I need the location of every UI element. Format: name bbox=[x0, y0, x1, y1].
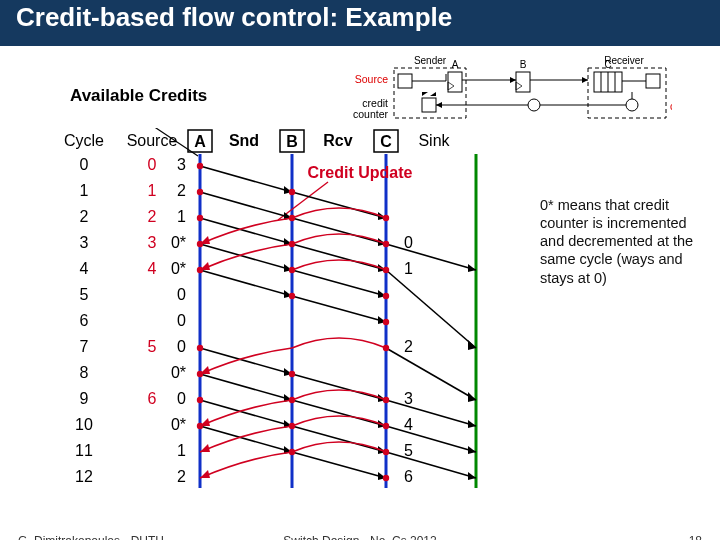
svg-text:2: 2 bbox=[404, 338, 413, 355]
source-column: 0 1 2 3 4 5 6 bbox=[148, 156, 157, 407]
svg-marker-4 bbox=[430, 92, 436, 96]
subtitle: Available Credits bbox=[70, 86, 207, 106]
stage-a-label: A bbox=[452, 59, 459, 70]
col-cycle: Cycle bbox=[64, 132, 104, 149]
svg-text:1: 1 bbox=[404, 260, 413, 277]
svg-point-130 bbox=[197, 345, 203, 351]
svg-rect-1 bbox=[398, 74, 412, 88]
col-c: C bbox=[380, 133, 392, 150]
page-title: Credit-based flow control: Example bbox=[16, 2, 704, 33]
col-source: Source bbox=[127, 132, 178, 149]
timing-chart: Cycle Source A Snd B Rcv C Sink 0 1 2 3 … bbox=[58, 128, 498, 506]
svg-text:8: 8 bbox=[80, 364, 89, 381]
svg-text:0: 0 bbox=[404, 234, 413, 251]
footer-center: Switch Design - No. Cs 2012 bbox=[0, 534, 720, 540]
svg-point-22 bbox=[626, 99, 638, 111]
svg-rect-0 bbox=[394, 68, 466, 118]
svg-text:3: 3 bbox=[404, 390, 413, 407]
svg-text:1: 1 bbox=[80, 182, 89, 199]
svg-line-88 bbox=[200, 270, 292, 296]
svg-line-92 bbox=[386, 400, 476, 426]
svg-line-90 bbox=[200, 348, 292, 374]
svg-text:4: 4 bbox=[404, 416, 413, 433]
svg-text:4: 4 bbox=[80, 260, 89, 277]
svg-point-125 bbox=[197, 163, 203, 169]
svg-line-84 bbox=[386, 270, 476, 348]
source-text: Source bbox=[355, 74, 388, 85]
svg-text:4: 4 bbox=[148, 260, 157, 277]
stage-c-label: C bbox=[604, 59, 611, 70]
svg-text:0: 0 bbox=[148, 156, 157, 173]
svg-text:11: 11 bbox=[75, 442, 93, 459]
col-sink: Sink bbox=[418, 132, 450, 149]
stage-b-label: B bbox=[520, 59, 527, 70]
footer-right: 18 bbox=[689, 534, 702, 540]
svg-text:3: 3 bbox=[148, 234, 157, 251]
svg-text:6: 6 bbox=[148, 390, 157, 407]
svg-text:5: 5 bbox=[80, 286, 89, 303]
svg-point-146 bbox=[383, 293, 389, 299]
sender-label: Sender bbox=[414, 55, 447, 66]
svg-text:3: 3 bbox=[80, 234, 89, 251]
svg-text:0: 0 bbox=[177, 338, 186, 355]
svg-text:0: 0 bbox=[177, 390, 186, 407]
svg-line-89 bbox=[292, 296, 386, 322]
svg-line-99 bbox=[200, 426, 292, 452]
svg-marker-14 bbox=[582, 77, 588, 83]
svg-text:1: 1 bbox=[177, 208, 186, 225]
svg-text:2: 2 bbox=[177, 468, 186, 485]
svg-line-83 bbox=[292, 244, 386, 270]
cycle-numbers: 0 1 2 3 4 5 6 7 8 9 10 11 12 bbox=[75, 156, 93, 485]
svg-marker-27 bbox=[436, 102, 442, 108]
title-bar: Credit-based flow control: Example bbox=[0, 0, 720, 46]
svg-line-97 bbox=[200, 400, 292, 426]
svg-text:0: 0 bbox=[177, 312, 186, 329]
svg-line-80 bbox=[292, 218, 386, 244]
svg-text:0*: 0* bbox=[171, 234, 186, 251]
svg-text:6: 6 bbox=[80, 312, 89, 329]
forward-arrowheads bbox=[284, 186, 476, 480]
svg-text:0*: 0* bbox=[171, 416, 186, 433]
svg-text:7: 7 bbox=[80, 338, 89, 355]
svg-line-82 bbox=[200, 218, 292, 244]
svg-marker-10 bbox=[510, 77, 516, 83]
svg-marker-3 bbox=[422, 92, 428, 96]
svg-line-87 bbox=[386, 348, 476, 400]
svg-text:5: 5 bbox=[148, 338, 157, 355]
credit-update-label: Credit Update bbox=[308, 164, 413, 181]
svg-line-93 bbox=[200, 374, 292, 400]
svg-text:0: 0 bbox=[177, 286, 186, 303]
svg-text:0*: 0* bbox=[171, 364, 186, 381]
svg-line-100 bbox=[292, 452, 386, 478]
svg-point-126 bbox=[197, 189, 203, 195]
svg-point-139 bbox=[289, 371, 295, 377]
svg-text:0*: 0* bbox=[171, 260, 186, 277]
a-column: 3 2 1 0* 0* 0 0 0 0* 0 0* 1 2 bbox=[171, 156, 186, 485]
svg-line-77 bbox=[200, 166, 292, 192]
svg-point-25 bbox=[528, 99, 540, 111]
svg-text:2: 2 bbox=[80, 208, 89, 225]
svg-text:1: 1 bbox=[148, 182, 157, 199]
col-snd: Snd bbox=[229, 132, 259, 149]
col-a: A bbox=[194, 133, 206, 150]
svg-point-127 bbox=[197, 215, 203, 221]
svg-line-85 bbox=[200, 244, 292, 270]
svg-line-86 bbox=[292, 270, 386, 296]
svg-line-98 bbox=[292, 426, 386, 452]
svg-line-94 bbox=[292, 400, 386, 426]
svg-marker-12 bbox=[516, 82, 522, 90]
svg-text:9: 9 bbox=[80, 390, 89, 407]
svg-line-79 bbox=[200, 192, 292, 218]
svg-point-147 bbox=[383, 319, 389, 325]
svg-line-78 bbox=[292, 192, 386, 218]
credit-counter-text: creditcounter bbox=[353, 98, 388, 119]
svg-line-95 bbox=[386, 426, 476, 452]
svg-rect-2 bbox=[422, 98, 436, 112]
svg-text:12: 12 bbox=[75, 468, 93, 485]
svg-rect-15 bbox=[588, 68, 666, 118]
svg-line-96 bbox=[386, 452, 476, 478]
credit-label: credit bbox=[670, 100, 672, 112]
note-text: 0* means that credit counter is incremen… bbox=[540, 196, 700, 287]
svg-point-132 bbox=[197, 397, 203, 403]
svg-text:6: 6 bbox=[404, 468, 413, 485]
